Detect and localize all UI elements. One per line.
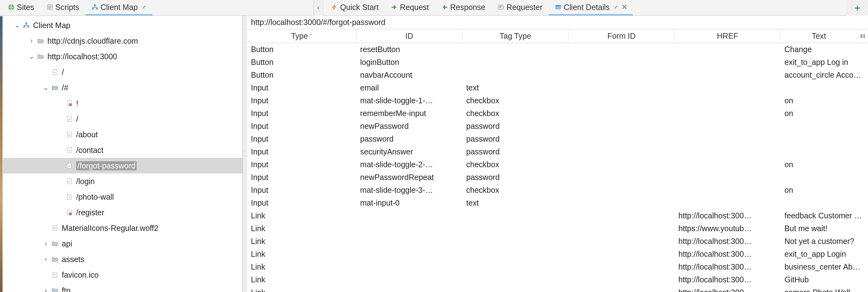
- svg-rect-2: [94, 4, 96, 6]
- cell-type: Input: [247, 160, 356, 169]
- tab-sites[interactable]: Sites: [2, 0, 40, 15]
- tree-node[interactable]: ⌄http://localhost:3000: [3, 48, 242, 64]
- table-row[interactable]: Inputpasswordpassword: [247, 133, 868, 145]
- page-icon: #: [65, 146, 74, 155]
- cell-type: Link: [247, 275, 356, 284]
- window-edge-strip: [0, 16, 2, 292]
- tree-node[interactable]: !/register: [3, 205, 242, 220]
- tab-client-details[interactable]: Client Details✕: [549, 0, 633, 15]
- column-header-href[interactable]: HREF: [675, 29, 781, 43]
- tree-node[interactable]: ›ftp: [3, 283, 242, 292]
- tree-node[interactable]: #/: [3, 64, 242, 80]
- cell-tag: checkbox: [462, 109, 568, 118]
- tab-response[interactable]: Response: [435, 0, 491, 15]
- table-row[interactable]: ButtonnavbarAccountaccount_circle Acco…: [247, 69, 868, 82]
- tab-scripts[interactable]: Scripts: [40, 0, 85, 15]
- tree-node[interactable]: ⌄Client Map: [3, 18, 242, 33]
- table-row[interactable]: InputsecurityAnswerpassword: [247, 145, 868, 158]
- pin-icon[interactable]: [613, 4, 618, 10]
- table-row[interactable]: Linkhttp://localhost:300…Not yet a custo…: [247, 235, 868, 248]
- close-icon[interactable]: ✕: [621, 3, 627, 11]
- tree-node[interactable]: favicon.ico: [3, 267, 242, 283]
- disclosure-triangle-icon[interactable]: ⌄: [12, 21, 22, 29]
- disclosure-triangle-icon[interactable]: ›: [41, 286, 51, 292]
- column-header-text[interactable]: Text: [781, 29, 858, 43]
- table-row[interactable]: Linkhttp://localhost:300…business_center…: [247, 260, 868, 273]
- page-icon: #: [65, 161, 74, 170]
- table-row[interactable]: Linkhttp://localhost:300…camera Photo Wa…: [247, 286, 868, 292]
- table-row[interactable]: Linkhttp://localhost:300…feedback Custom…: [247, 209, 868, 222]
- tree-node[interactable]: ›http://cdnjs.cloudflare.com: [3, 33, 242, 48]
- column-header-label: Text: [812, 32, 826, 40]
- table-row[interactable]: Inputemailtext: [247, 82, 868, 94]
- tree-node[interactable]: #/login: [3, 173, 242, 189]
- file-icon: [51, 224, 59, 232]
- tree-node[interactable]: #/photo-wall: [3, 189, 242, 205]
- svg-text:#: #: [69, 196, 70, 199]
- tree-node[interactable]: #/contact: [3, 142, 242, 158]
- tree-node[interactable]: #/: [3, 111, 242, 127]
- tree-node-label: /photo-wall: [76, 193, 114, 201]
- details-table-body[interactable]: ButtonresetButtonChangeButtonloginButton…: [247, 43, 868, 292]
- tree-node[interactable]: ›api: [3, 236, 242, 252]
- tab-request[interactable]: Request: [385, 0, 435, 15]
- tree-node-label: api: [62, 239, 72, 248]
- tab-requester[interactable]: Requester: [491, 0, 548, 15]
- cell-type: Link: [247, 288, 356, 292]
- tree-node-label: Client Map: [33, 21, 70, 30]
- table-row[interactable]: Inputmat-slide-toggle-1-…checkboxon: [247, 94, 868, 107]
- cell-href: http://localhost:300…: [675, 275, 781, 284]
- tree-node-label: assets: [62, 255, 84, 264]
- vertical-splitter[interactable]: ⋮⋮: [243, 15, 247, 292]
- client-map-tree[interactable]: ⌄Client Map›http://cdnjs.cloudflare.com⌄…: [3, 15, 242, 292]
- table-row[interactable]: Inputmat-slide-toggle-3-…checkboxon: [247, 184, 868, 197]
- table-row[interactable]: Inputmat-slide-toggle-2-…checkboxon: [247, 158, 868, 171]
- tabbar-scroll-left[interactable]: ‹: [314, 0, 323, 15]
- disclosure-triangle-icon[interactable]: ⌄: [41, 84, 51, 92]
- column-header-label: ID: [405, 32, 413, 40]
- column-header-id[interactable]: ID: [356, 29, 462, 43]
- cell-text: on: [781, 160, 868, 169]
- table-row[interactable]: ButtonresetButtonChange: [247, 43, 868, 56]
- tree-node[interactable]: MaterialIcons-Regular.woff2: [3, 220, 242, 236]
- svg-rect-35: [862, 34, 864, 38]
- column-header-type[interactable]: Type˄: [247, 29, 356, 43]
- add-tab-button[interactable]: ＋: [847, 2, 868, 14]
- table-row[interactable]: InputnewPasswordRepeatpassword: [247, 171, 868, 184]
- disclosure-triangle-icon[interactable]: ›: [27, 37, 36, 45]
- tree-node-label: /: [76, 115, 78, 124]
- cell-type: Link: [247, 250, 356, 259]
- column-header-form-id[interactable]: Form ID: [568, 29, 675, 43]
- disclosure-triangle-icon[interactable]: ›: [41, 239, 51, 248]
- tree-node-label: favicon.ico: [62, 270, 99, 280]
- disclosure-triangle-icon[interactable]: ›: [41, 255, 51, 263]
- column-picker-button[interactable]: [858, 29, 868, 43]
- pin-icon[interactable]: [141, 4, 147, 10]
- table-row[interactable]: Inputmat-input-0text: [247, 197, 868, 209]
- tree-node[interactable]: !!: [3, 95, 242, 111]
- tree-node[interactable]: #/about: [3, 127, 242, 142]
- tree-node[interactable]: ›assets: [3, 252, 242, 267]
- cell-text: But me wait!: [781, 224, 868, 233]
- cell-href: http://localhost:300…: [675, 237, 781, 246]
- tab-quick-start[interactable]: Quick Start: [325, 0, 384, 15]
- svg-text:#: #: [54, 71, 56, 74]
- cell-type: Input: [247, 134, 356, 143]
- tree-node[interactable]: #/forgot-password: [3, 158, 242, 173]
- table-row[interactable]: Linkhttp://localhost:300…GitHub: [247, 273, 868, 286]
- table-row[interactable]: InputrememberMe-inputcheckboxon: [247, 107, 868, 120]
- cell-id: newPassword: [356, 122, 462, 131]
- table-row[interactable]: Linkhttp://localhost:300…exit_to_app Log…: [247, 248, 868, 260]
- table-row[interactable]: InputnewPasswordpassword: [247, 120, 868, 133]
- cell-type: Input: [247, 186, 356, 195]
- tree-node-label: /about: [76, 130, 98, 139]
- tab-client-map[interactable]: Client Map: [86, 0, 152, 15]
- arrow-left-green-icon: [441, 3, 448, 11]
- disclosure-triangle-icon[interactable]: ⌄: [27, 53, 36, 61]
- column-header-tag-type[interactable]: Tag Type: [462, 29, 568, 43]
- table-row[interactable]: ButtonloginButtonexit_to_app Log in: [247, 56, 868, 69]
- page-icon: #: [65, 193, 74, 201]
- cell-type: Button: [247, 70, 356, 79]
- tree-node[interactable]: ⌄/#: [3, 80, 242, 95]
- table-row[interactable]: Linkhttps://www.youtub…But me wait!: [247, 222, 868, 235]
